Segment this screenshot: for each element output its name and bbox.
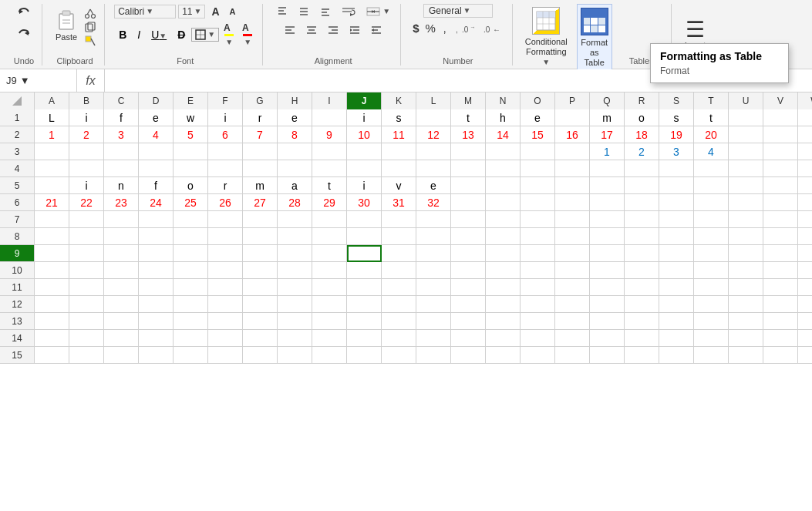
cell-E3[interactable] xyxy=(174,143,208,160)
copy-button[interactable] xyxy=(83,21,98,33)
cell-O4[interactable] xyxy=(521,160,555,177)
cell-M12[interactable] xyxy=(451,296,486,313)
cell-N14[interactable] xyxy=(486,330,521,347)
cell-K2[interactable]: 11 xyxy=(382,126,416,143)
cell-J5[interactable]: i xyxy=(347,177,382,194)
cell-D2[interactable]: 4 xyxy=(139,126,174,143)
cell-F11[interactable] xyxy=(208,279,243,296)
cell-R12[interactable] xyxy=(625,296,659,313)
cell-H6[interactable]: 28 xyxy=(278,194,312,211)
row-header-2[interactable]: 2 xyxy=(0,126,35,143)
cell-S6[interactable] xyxy=(659,194,694,211)
cell-R9[interactable] xyxy=(625,245,659,262)
cell-A4[interactable] xyxy=(35,160,69,177)
cell-H13[interactable] xyxy=(278,313,312,330)
cell-U9[interactable] xyxy=(729,245,763,262)
cell-U12[interactable] xyxy=(729,296,763,313)
cell-J2[interactable]: 10 xyxy=(347,126,382,143)
comma-button[interactable]: , xyxy=(440,21,450,36)
cell-P13[interactable] xyxy=(555,313,590,330)
cell-E1[interactable]: w xyxy=(174,109,208,126)
cell-W4[interactable] xyxy=(798,160,812,177)
cell-F12[interactable] xyxy=(208,296,243,313)
cell-J13[interactable] xyxy=(347,313,382,330)
cell-J14[interactable] xyxy=(347,330,382,347)
cell-M4[interactable] xyxy=(451,160,486,177)
cell-V6[interactable] xyxy=(763,194,798,211)
decrease-indent-button[interactable] xyxy=(366,22,386,38)
increase-font-button[interactable]: A xyxy=(207,4,223,19)
cell-H5[interactable]: a xyxy=(278,177,312,194)
cell-U5[interactable] xyxy=(729,177,763,194)
row-header-15[interactable]: 15 xyxy=(0,347,35,364)
cell-F8[interactable] xyxy=(208,228,243,245)
cell-F10[interactable] xyxy=(208,262,243,279)
cell-F13[interactable] xyxy=(208,313,243,330)
row-header-8[interactable]: 8 xyxy=(0,228,35,245)
cell-D7[interactable] xyxy=(139,211,174,228)
cell-E15[interactable] xyxy=(174,347,208,364)
cell-H14[interactable] xyxy=(278,330,312,347)
cell-A9[interactable] xyxy=(35,245,69,262)
cell-E4[interactable] xyxy=(174,160,208,177)
cell-N15[interactable] xyxy=(486,347,521,364)
cell-O12[interactable] xyxy=(521,296,555,313)
cell-Q13[interactable] xyxy=(590,313,625,330)
cell-L14[interactable] xyxy=(416,330,451,347)
cell-S3[interactable]: 3 xyxy=(659,143,694,160)
cell-U2[interactable] xyxy=(729,126,763,143)
cell-I9[interactable] xyxy=(312,245,347,262)
col-header-A[interactable]: A xyxy=(35,92,69,109)
cell-I8[interactable] xyxy=(312,228,347,245)
row-header-5[interactable]: 5 xyxy=(0,177,35,194)
cell-P5[interactable] xyxy=(555,177,590,194)
cell-R3[interactable]: 2 xyxy=(625,143,659,160)
row-header-13[interactable]: 13 xyxy=(0,313,35,330)
cell-S12[interactable] xyxy=(659,296,694,313)
cell-A10[interactable] xyxy=(35,262,69,279)
cell-C5[interactable]: n xyxy=(104,177,139,194)
cell-R1[interactable]: o xyxy=(625,109,659,126)
cell-V5[interactable] xyxy=(763,177,798,194)
cell-Q15[interactable] xyxy=(590,347,625,364)
cell-V10[interactable] xyxy=(763,262,798,279)
cell-W8[interactable] xyxy=(798,228,812,245)
cell-G7[interactable] xyxy=(243,211,278,228)
cell-Q10[interactable] xyxy=(590,262,625,279)
cell-G10[interactable] xyxy=(243,262,278,279)
col-header-T[interactable]: T xyxy=(694,92,729,109)
cell-V4[interactable] xyxy=(763,160,798,177)
cell-A6[interactable]: 21 xyxy=(35,194,69,211)
cell-S15[interactable] xyxy=(659,347,694,364)
cut-button[interactable] xyxy=(83,7,98,19)
percent-button[interactable]: % xyxy=(423,22,437,35)
cell-W9[interactable] xyxy=(798,245,812,262)
cell-N13[interactable] xyxy=(486,313,521,330)
cell-T1[interactable]: t xyxy=(694,109,729,126)
cell-G4[interactable] xyxy=(243,160,278,177)
undo-button[interactable] xyxy=(12,4,35,22)
cell-K9[interactable] xyxy=(382,245,416,262)
cell-Q6[interactable] xyxy=(590,194,625,211)
cell-W10[interactable] xyxy=(798,262,812,279)
cell-Q7[interactable] xyxy=(590,211,625,228)
cell-E14[interactable] xyxy=(174,330,208,347)
cell-O15[interactable] xyxy=(521,347,555,364)
cell-K1[interactable]: s xyxy=(382,109,416,126)
cell-J6[interactable]: 30 xyxy=(347,194,382,211)
border-button[interactable]: ▼ xyxy=(191,28,219,42)
cell-C11[interactable] xyxy=(104,279,139,296)
cell-G14[interactable] xyxy=(243,330,278,347)
cell-W2[interactable] xyxy=(798,126,812,143)
cell-C2[interactable]: 3 xyxy=(104,126,139,143)
cell-S8[interactable] xyxy=(659,228,694,245)
cell-P15[interactable] xyxy=(555,347,590,364)
cell-B2[interactable]: 2 xyxy=(69,126,104,143)
cell-P8[interactable] xyxy=(555,228,590,245)
cell-B12[interactable] xyxy=(69,296,104,313)
cell-P7[interactable] xyxy=(555,211,590,228)
cell-O13[interactable] xyxy=(521,313,555,330)
left-align-button[interactable] xyxy=(280,22,300,38)
corner-cell[interactable] xyxy=(0,92,35,109)
cell-S11[interactable] xyxy=(659,279,694,296)
